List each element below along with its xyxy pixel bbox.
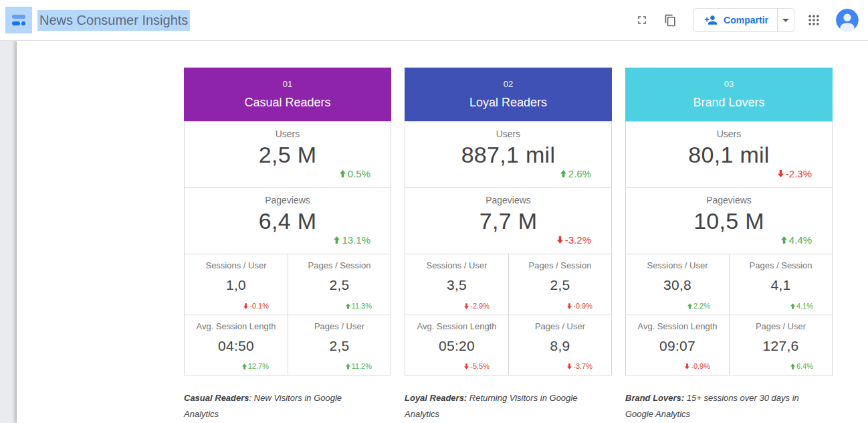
- metric-label: Pages / Session: [288, 254, 391, 270]
- pageviews-scorecard[interactable]: Pageviews 7,7 M -3.2%: [405, 187, 612, 254]
- sessions-per-user-scorecard[interactable]: Sessions / User 30,8 2.2%: [626, 254, 729, 315]
- data-studio-logo[interactable]: [5, 7, 32, 33]
- top-bar: News Consumer Insights Compartir: [0, 0, 868, 41]
- avatar-person-icon: [836, 9, 859, 31]
- metric-delta: -0.1%: [243, 302, 269, 310]
- delta-value: 2.6%: [568, 168, 591, 179]
- pageviews-scorecard[interactable]: Pageviews 10,5 M 4.4%: [625, 187, 833, 254]
- metric-value: 2,5: [288, 277, 391, 293]
- segment-footnote: Brand Lovers: 15+ sessions over 30 days …: [625, 390, 833, 422]
- metric-value: 1,0: [185, 277, 288, 293]
- scorecard-group-casual-readers[interactable]: 01 Casual Readers Users 2,5 M 0.5% Pagev…: [184, 68, 391, 375]
- footnote-term: Casual Readers: [184, 393, 249, 403]
- segment-title: Casual Readers: [184, 96, 391, 110]
- metric-label: Avg. Session Length: [405, 315, 508, 331]
- metric-delta: 11.2%: [346, 362, 372, 370]
- metric-value: 8,9: [509, 338, 611, 354]
- metric-delta: 13.1%: [334, 234, 370, 246]
- footnote-term: Brand Lovers:: [625, 393, 684, 403]
- delta-value: 12.7%: [248, 362, 269, 370]
- trend-arrow-icon: [790, 363, 795, 369]
- metric-value: 30,8: [626, 277, 729, 293]
- metric-delta: -3.7%: [567, 362, 592, 370]
- users-scorecard[interactable]: Users 2,5 M 0.5%: [184, 121, 391, 188]
- metric-delta: -0.9%: [685, 362, 710, 370]
- trend-arrow-icon: [781, 236, 787, 244]
- delta-value: 0.5%: [348, 168, 370, 179]
- metric-value: 04:50: [185, 338, 288, 354]
- share-button-group: Compartir: [693, 8, 794, 32]
- metric-delta: -3.2%: [557, 234, 591, 246]
- report-title[interactable]: News Consumer Insights: [37, 10, 190, 31]
- users-scorecard[interactable]: Users 80,1 mil -2.3%: [625, 121, 833, 188]
- segment-header[interactable]: 01 Casual Readers: [184, 68, 391, 121]
- pageviews-scorecard[interactable]: Pageviews 6,4 M 13.1%: [184, 187, 391, 254]
- delta-value: -2.3%: [786, 168, 812, 179]
- apps-grid-icon[interactable]: [805, 11, 823, 29]
- users-scorecard[interactable]: Users 887,1 mil 2.6%: [405, 121, 612, 188]
- trend-arrow-icon: [685, 363, 689, 369]
- user-avatar[interactable]: [836, 9, 859, 31]
- pages-per-session-scorecard[interactable]: Pages / Session 2,5 11.3%: [288, 254, 391, 315]
- app-window: News Consumer Insights Compartir: [0, 0, 868, 423]
- metric-value: 887,1 mil: [405, 142, 611, 168]
- metric-delta: 0.5%: [340, 168, 370, 179]
- delta-value: 4.4%: [789, 234, 812, 246]
- metric-label: Sessions / User: [405, 254, 508, 270]
- data-studio-logo-icon: [9, 11, 28, 29]
- segment-number: 02: [405, 79, 612, 89]
- metric-delta: -2.3%: [778, 168, 812, 179]
- metric-value: 6,4 M: [185, 208, 391, 234]
- delta-value: 13.1%: [342, 234, 370, 246]
- pages-per-session-scorecard[interactable]: Pages / Session 4,1 4.1%: [729, 254, 832, 315]
- pages-per-user-scorecard[interactable]: Pages / User 127,6 6.4%: [729, 315, 832, 375]
- delta-value: -5.5%: [470, 362, 490, 370]
- metric-label: Pageviews: [185, 188, 391, 205]
- avg-session-length-scorecard[interactable]: Avg. Session Length 04:50 12.7%: [185, 315, 288, 375]
- metric-value: 3,5: [405, 277, 508, 293]
- metric-delta: 12.7%: [242, 362, 269, 370]
- report-canvas: 01 Casual Readers Users 2,5 M 0.5% Pagev…: [17, 41, 868, 423]
- trend-arrow-icon: [560, 170, 566, 177]
- share-button[interactable]: Compartir: [694, 9, 777, 31]
- trend-arrow-icon: [567, 363, 572, 369]
- avg-session-length-scorecard[interactable]: Avg. Session Length 09:07 -0.9%: [626, 315, 729, 375]
- pages-per-user-scorecard[interactable]: Pages / User 8,9 -3.7%: [508, 315, 611, 375]
- copy-icon[interactable]: [661, 11, 679, 29]
- segment-title: Loyal Readers: [405, 96, 612, 110]
- scorecard-group-brand-lovers[interactable]: 03 Brand Lovers Users 80,1 mil -2.3% Pag…: [625, 68, 833, 375]
- pages-per-user-scorecard[interactable]: Pages / User 2,5 11.2%: [288, 315, 391, 375]
- footnote-row: Casual Readers: New Visitors in Google A…: [184, 390, 833, 422]
- metric-label: Sessions / User: [626, 254, 729, 270]
- pages-per-session-scorecard[interactable]: Pages / Session 2,5 -0.9%: [508, 254, 611, 315]
- top-bar-actions: Compartir: [623, 8, 859, 32]
- metric-value: 10,5 M: [626, 208, 832, 234]
- share-button-label: Compartir: [724, 15, 768, 25]
- metric-label: Avg. Session Length: [626, 315, 729, 331]
- metric-delta: 2.6%: [560, 168, 591, 179]
- metric-delta: 11.3%: [346, 302, 372, 310]
- trend-arrow-icon: [346, 363, 350, 369]
- share-dropdown-button[interactable]: [777, 9, 794, 31]
- segment-header[interactable]: 02 Loyal Readers: [405, 68, 612, 121]
- metric-label: Users: [185, 122, 391, 139]
- trend-arrow-icon: [464, 363, 469, 369]
- delta-value: 4.1%: [796, 302, 813, 310]
- metric-value: 4,1: [730, 277, 832, 293]
- footnote-term: Loyal Readers:: [405, 393, 467, 403]
- segment-title: Brand Lovers: [625, 96, 833, 110]
- metric-delta: 4.1%: [790, 302, 813, 310]
- metric-delta: -5.5%: [464, 362, 490, 370]
- metric-label: Users: [405, 122, 611, 139]
- metric-label: Pageviews: [405, 188, 611, 205]
- metric-label: Pageviews: [626, 188, 832, 205]
- segment-header[interactable]: 03 Brand Lovers: [625, 68, 833, 121]
- sessions-per-user-scorecard[interactable]: Sessions / User 1,0 -0.1%: [185, 254, 288, 315]
- scorecard-group-loyal-readers[interactable]: 02 Loyal Readers Users 887,1 mil 2.6% Pa…: [405, 68, 612, 375]
- fullscreen-icon[interactable]: [633, 11, 651, 29]
- trend-arrow-icon: [567, 303, 572, 309]
- sessions-per-user-scorecard[interactable]: Sessions / User 3,5 -2.9%: [405, 254, 508, 315]
- scorecard-row: 01 Casual Readers Users 2,5 M 0.5% Pagev…: [184, 68, 833, 375]
- metric-label: Pages / User: [509, 315, 611, 331]
- avg-session-length-scorecard[interactable]: Avg. Session Length 05:20 -5.5%: [405, 315, 508, 375]
